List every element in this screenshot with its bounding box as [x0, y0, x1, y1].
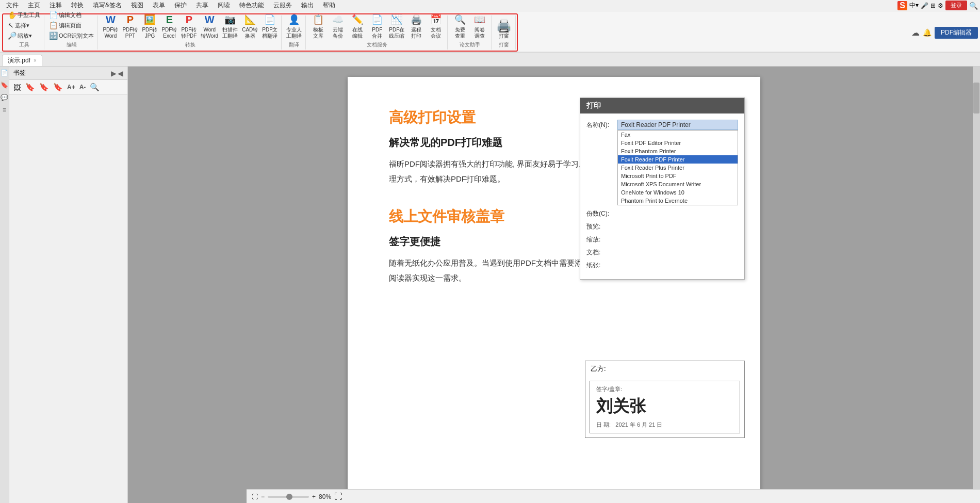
print-list-item-3[interactable]: Foxit Reader PDF Printer	[618, 155, 738, 164]
print-window-btn[interactable]: 🖨️ 打窗	[495, 18, 513, 40]
search-icon[interactable]: 🔍	[969, 2, 978, 10]
word-to-word-btn[interactable]: W Word转Word	[199, 11, 220, 40]
translate-group-label: 翻译	[289, 41, 299, 48]
print-list-item-6[interactable]: Microsoft XPS Document Writer	[618, 180, 738, 188]
print-list-item-4[interactable]: Foxit Reader Plus Printer	[618, 164, 738, 172]
pdf-tab[interactable]: 演示.pdf ×	[2, 55, 42, 66]
bookmark-icon-bar[interactable]: 🔖	[1, 81, 9, 89]
fit-page-icon[interactable]: ⛶	[252, 493, 258, 500]
pdf-to-ppt-btn[interactable]: P PDF转PPT	[121, 11, 139, 40]
cloud-backup-label: 云端备份	[333, 27, 343, 39]
print-preview-row: 预览:	[586, 221, 738, 231]
pdf-word-icon: W	[103, 12, 118, 27]
tab-close-btn[interactable]: ×	[34, 58, 37, 63]
print-list-item-5[interactable]: Microsoft Print to PDF	[618, 172, 738, 180]
pdf-editor-button[interactable]: PDF编辑器	[935, 27, 978, 39]
edit-page-btn[interactable]: 📋 编辑页面	[47, 21, 95, 30]
edit-doc-btn[interactable]: 📄 编辑文档	[47, 10, 95, 20]
s-logo-text: S	[897, 1, 907, 10]
zoom-tool-btn[interactable]: 🔎 缩放▾	[6, 31, 42, 40]
sidebar-tb-bk3[interactable]: 🔖	[52, 82, 64, 92]
menu-special[interactable]: 特色功能	[235, 0, 268, 11]
template-btn[interactable]: 📋 模板文库	[309, 11, 328, 40]
print-copies-label: 份数(C):	[586, 208, 617, 218]
signature-box: 乙方: 签字/盖章: 刘关张 日 期: 2021 年 6 月 21 日	[585, 361, 745, 438]
edit-page-icon: 📋	[49, 21, 58, 29]
edit-doc-label: 编辑文档	[59, 11, 81, 19]
print-paper-label: 纸张:	[586, 260, 617, 270]
word-to-word-icon: W	[202, 12, 217, 27]
select-tool-btn[interactable]: ↖ 选择▾	[6, 21, 42, 30]
pdf-to-excel-btn[interactable]: E PDF转Excel	[160, 11, 178, 40]
comment-icon-bar[interactable]: 💬	[1, 93, 9, 102]
menu-form[interactable]: 表单	[149, 0, 169, 11]
menu-bar: 文件 主页 注释 转换 填写&签名 视图 表单 保护 共享 阅读 特色功能 云服…	[0, 0, 980, 11]
sidebar-collapse-icon[interactable]: ◀	[118, 69, 123, 77]
print-list-item-8[interactable]: Phantom Print to Evernote	[618, 197, 738, 205]
remote-print-btn[interactable]: 🖨️ 远程打印	[407, 11, 426, 40]
s-logo-label: 中▾	[909, 1, 919, 10]
print-list-item-7[interactable]: OneNote for Windows 10	[618, 188, 738, 197]
pdf-to-pdf-label: PDF转转PDF	[181, 27, 197, 39]
menu-cloud[interactable]: 云服务	[269, 0, 296, 11]
menu-output[interactable]: 输出	[297, 0, 318, 11]
cad-convert-btn[interactable]: 📐 CAD转换器	[240, 11, 259, 40]
pdf-compress-btn[interactable]: 📉 PDF在线压缩	[387, 11, 406, 40]
scroll-thumb[interactable]	[973, 83, 979, 113]
login-button[interactable]: 登录	[945, 1, 967, 10]
print-name-input[interactable]: Foxit Reader PDF Printer	[617, 120, 738, 130]
menu-view[interactable]: 视图	[127, 0, 148, 11]
sidebar-tb-bk2[interactable]: 🔖	[38, 82, 50, 92]
pdf-to-word-btn[interactable]: W PDF转Word	[101, 11, 120, 40]
print-doc-row: 文档:	[586, 247, 738, 257]
remote-print-icon: 🖨️	[409, 12, 423, 27]
zoom-slider[interactable]	[268, 496, 309, 498]
sidebar-tb-image[interactable]: 🖼	[12, 83, 22, 92]
notification-icon[interactable]: 🔔	[923, 28, 932, 37]
hand-tool-btn[interactable]: ✋ 手型工具	[6, 10, 42, 20]
print-list-item-1[interactable]: Foxit PDF Editor Printer	[618, 139, 738, 147]
ocr-btn[interactable]: 🔡 OCR识别文本	[47, 31, 95, 40]
cloud-backup-btn[interactable]: ☁️ 云端备份	[329, 11, 347, 40]
scroll-bar[interactable]	[973, 67, 980, 489]
ocr-label: OCR识别文本	[59, 32, 94, 40]
review-btn[interactable]: 📖 阅卷调查	[470, 11, 489, 40]
scan-translate-btn[interactable]: 📷 扫描件工翻译	[221, 11, 239, 40]
tab-bar: 演示.pdf ×	[0, 53, 980, 67]
pdf-translate-btn[interactable]: 📄 PDF文档翻译	[260, 11, 279, 40]
grid-icon[interactable]: ⊞	[930, 2, 936, 9]
menu-protect[interactable]: 保护	[170, 0, 191, 11]
pdf-to-pdf-btn[interactable]: P PDF转转PDF	[179, 11, 198, 40]
print-list-item-2[interactable]: Foxit Phantom Printer	[618, 147, 738, 155]
pdf-compress-icon: 📉	[389, 12, 404, 27]
sidebar-title: 书签	[13, 69, 26, 77]
pdf-merge-btn[interactable]: 📄 PDF合并	[368, 11, 386, 40]
pdf-to-jpg-btn[interactable]: 🖼️ PDF转JPG	[140, 11, 159, 40]
sidebar-tb-font-minus[interactable]: A-	[78, 83, 87, 91]
template-icon: 📋	[311, 12, 325, 27]
expand-icon[interactable]: ⛶	[334, 492, 342, 501]
print-list-item-0[interactable]: Fax	[618, 131, 738, 139]
zoom-plus-btn[interactable]: +	[312, 493, 316, 500]
print-dialog-title: 打印	[580, 98, 744, 113]
menu-read[interactable]: 阅读	[214, 0, 234, 11]
doc-meeting-label: 文档会议	[431, 27, 441, 39]
edit-group-label: 编辑	[67, 41, 77, 48]
page-icon[interactable]: 📄	[1, 69, 9, 77]
sidebar-tb-bk1[interactable]: 🔖	[24, 82, 36, 92]
layer-icon-bar[interactable]: ≡	[1, 106, 9, 114]
doc-meeting-btn[interactable]: 📅 文档会议	[427, 11, 445, 40]
edit-doc-icon: 📄	[49, 11, 58, 19]
pro-translate-btn[interactable]: 👤 专业人工翻译	[285, 11, 303, 40]
plagiarism-btn[interactable]: 🔍 免费查重	[451, 11, 469, 40]
ocr-icon: 🔡	[49, 31, 58, 40]
menu-help[interactable]: 帮助	[319, 0, 339, 11]
settings-icon[interactable]: ⚙	[938, 2, 943, 9]
sidebar-tb-search[interactable]: 🔍	[89, 82, 101, 92]
sidebar-expand-icon[interactable]: ▶	[111, 69, 117, 77]
zoom-minus-btn[interactable]: −	[261, 493, 265, 500]
mic-icon[interactable]: 🎤	[921, 2, 928, 9]
menu-share[interactable]: 共享	[192, 0, 213, 11]
online-edit-btn[interactable]: ✏️ 在线编辑	[348, 11, 367, 40]
sidebar-tb-font-plus[interactable]: A+	[66, 83, 76, 91]
